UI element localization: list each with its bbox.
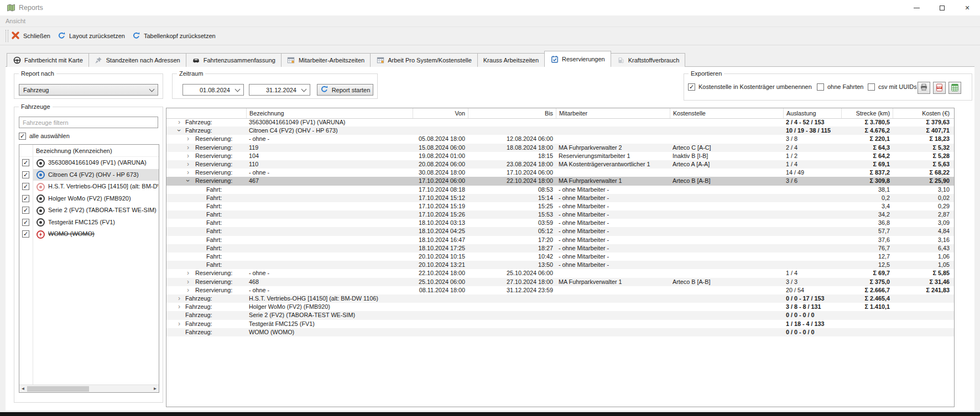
column-header-tree[interactable]: [166, 108, 246, 118]
table-row[interactable]: Fahrt:20.10.2024 10:1510:42- ohne Mitarb…: [166, 252, 954, 261]
tab-krauss-arbeitszeiten[interactable]: Krauss Arbeitszeiten: [477, 53, 545, 67]
table-row[interactable]: Fahrt:18.10.2024 16:4717:20- ohne Mitarb…: [166, 236, 954, 244]
expand-icon[interactable]: ›: [185, 278, 191, 286]
vehicle-filter-input[interactable]: [19, 117, 158, 128]
table-row[interactable]: ›Fahrzeug:Citroen C4 (FV2) (OHV - HP 673…: [166, 127, 954, 135]
cell-bis: [468, 294, 556, 303]
reset-layout-button[interactable]: Layout zurücksetzen: [55, 27, 127, 45]
checkbox-icon[interactable]: ✓: [22, 219, 29, 226]
checkbox-icon[interactable]: [868, 83, 875, 91]
vehicle-list-item[interactable]: ✓Citroen C4 (FV2) (OHV - HP 673): [19, 169, 159, 181]
table-row[interactable]: ›Reservierung:11915.08.2024 06:0018.08.2…: [166, 144, 954, 152]
table-row[interactable]: ›Fahrzeug:H.S.T. Vertriebs-OHG [14150] (…: [166, 294, 954, 303]
column-header-bezeichnung[interactable]: Bezeichnung: [246, 108, 413, 118]
table-row[interactable]: Fahrt:18.10.2024 04:2505:12- ohne Mitarb…: [166, 227, 954, 235]
date-to-field[interactable]: 31.12.2024: [249, 84, 310, 96]
export-checkbox-ohne-fahrten[interactable]: ohne Fahrten: [817, 82, 863, 91]
checkbox-icon[interactable]: ✓: [22, 183, 29, 190]
date-from-field[interactable]: 01.08.2024: [183, 84, 244, 96]
vehicle-list-header[interactable]: Bezeichnung (Kennzeichen): [19, 145, 159, 157]
tab-standzeiten-nach-adressen[interactable]: Standzeiten nach Adressen: [88, 53, 186, 67]
scroll-left-arrow-icon[interactable]: ◄: [19, 385, 27, 392]
table-row[interactable]: ›Reservierung:46717.10.2024 06:0022.10.2…: [166, 177, 954, 185]
table-row[interactable]: Fahrt:17.10.2024 15:1215:14- ohne Mitarb…: [166, 194, 954, 202]
toolbar-grip[interactable]: [6, 30, 8, 42]
checkbox-icon[interactable]: ✓: [22, 230, 29, 238]
table-row[interactable]: ›Reservierung:- ohne -05.08.2024 18:0012…: [166, 135, 954, 143]
column-header-strecke-km[interactable]: Strecke (km): [841, 108, 893, 118]
minimize-button[interactable]: [904, 0, 929, 15]
csv-export-button[interactable]: [948, 82, 961, 94]
table-row[interactable]: ›Reservierung:- ohne -30.08.2024 18:0017…: [166, 168, 954, 177]
maximize-button[interactable]: [929, 0, 955, 15]
tab-mitarbeiter-arbeitszeiten[interactable]: Mitarbeiter-Arbeitszeiten: [281, 53, 371, 67]
table-row[interactable]: Fahrt:18.10.2024 17:2518:27- ohne Mitarb…: [166, 244, 954, 252]
collapse-icon[interactable]: ›: [175, 128, 183, 133]
report-nach-select[interactable]: Fahrzeug: [19, 84, 158, 96]
table-row[interactable]: ›Reservierung:11020.08.2024 06:0023.08.2…: [166, 160, 954, 168]
printer-export-button[interactable]: [918, 82, 930, 94]
vehicle-list-item[interactable]: ✓H.S.T. Vertriebs-OHG [14150] (alt: BM-D…: [19, 181, 159, 193]
expand-icon[interactable]: ›: [185, 152, 191, 160]
table-row[interactable]: ›Reservierung:- ohne -22.10.2024 18:0025…: [166, 269, 954, 277]
expand-icon[interactable]: ›: [185, 168, 191, 176]
select-all-checkbox[interactable]: ✓ alle auswählen: [19, 131, 70, 140]
scroll-right-arrow-icon[interactable]: ►: [152, 385, 159, 392]
tab-fahrtenzusammenfassung[interactable]: Fahrtenzusammenfassung: [186, 53, 282, 67]
table-row[interactable]: Fahrt:17.10.2024 15:1915:25- ohne Mitarb…: [166, 202, 954, 210]
column-header-von[interactable]: Von: [413, 108, 468, 118]
column-header-mitarbeiter[interactable]: Mitarbeiter: [556, 108, 670, 118]
collapse-icon[interactable]: ›: [184, 178, 192, 183]
table-row[interactable]: ›Reservierung:46825.10.2024 06:0027.10.2…: [166, 278, 954, 286]
table-row[interactable]: Fahrt:18.10.2024 03:1303:59- ohne Mitarb…: [166, 219, 954, 227]
column-header-auslastung[interactable]: Auslastung: [783, 108, 841, 118]
vehicle-list-item[interactable]: ✓WOMO (WOMO): [19, 228, 159, 240]
table-row[interactable]: Fahrt:20.10.2024 13:2113:50- ohne Mitarb…: [166, 261, 954, 269]
expand-icon[interactable]: ›: [176, 303, 182, 310]
table-row[interactable]: Fahrzeug:WOMO (WOMO)0 / 0 - 0 / 0: [166, 328, 954, 336]
expand-icon[interactable]: ›: [176, 320, 182, 328]
table-row[interactable]: ›Reservierung:10419.08.2024 01:0018:15Re…: [166, 152, 954, 160]
expand-icon[interactable]: ›: [185, 144, 191, 151]
column-header-bis[interactable]: Bis: [468, 108, 556, 118]
reset-table-header-button[interactable]: Tabellenkopf zurücksetzen: [130, 27, 218, 45]
checkbox-icon[interactable]: ✓: [22, 171, 29, 178]
vehicle-list-item[interactable]: ✓Serie 2 (FV2) (TABORA-TEST WE-SIM): [19, 204, 159, 217]
expand-icon[interactable]: ›: [185, 269, 191, 277]
checkbox-icon[interactable]: ✓: [688, 83, 695, 91]
close-button[interactable]: ×: [955, 0, 980, 15]
tab-kraftstoffverbrauch[interactable]: Kraftstoffverbrauch: [611, 53, 686, 67]
export-checkbox-csv-mit-uuids[interactable]: csv mit UUIDs: [868, 82, 917, 91]
expand-icon[interactable]: ›: [176, 294, 182, 302]
scrollbar-thumb[interactable]: [27, 386, 89, 392]
report-starten-button[interactable]: Report starten: [317, 84, 373, 96]
tab-fahrtbericht-mit-karte[interactable]: Fahrtbericht mit Karte: [7, 53, 89, 67]
expand-icon[interactable]: ›: [176, 118, 182, 126]
table-row[interactable]: ›Reservierung:- ohne -08.11.2024 18:0031…: [166, 286, 954, 294]
table-row[interactable]: ›Fahrzeug:Holger WoMo (FV2) (FMB920)3 / …: [166, 303, 954, 311]
pdf-export-button[interactable]: PDF: [933, 82, 946, 94]
checkbox-icon[interactable]: [817, 83, 824, 91]
column-header-kosten[interactable]: Kosten (€): [893, 108, 952, 118]
checkbox-icon[interactable]: ✓: [22, 207, 29, 214]
tab-arbeit-pro-system-kostenstelle[interactable]: Arbeit Pro System/Kostenstelle: [370, 53, 478, 67]
table-row[interactable]: Fahrt:17.10.2024 15:2615:53- ohne Mitarb…: [166, 210, 954, 219]
checkbox-icon[interactable]: ✓: [19, 133, 26, 140]
table-row[interactable]: ›Fahrzeug:356308041661049 (FV1) (VARUNA)…: [166, 118, 954, 127]
vehicle-list-item[interactable]: ✓Testgerät FMC125 (FV1): [19, 217, 159, 229]
expand-icon[interactable]: ›: [185, 135, 191, 143]
vehicle-list-item[interactable]: ✓356308041661049 (FV1) (VARUNA): [19, 157, 159, 169]
checkbox-icon[interactable]: ✓: [22, 159, 29, 166]
menu-ansicht[interactable]: Ansicht: [6, 18, 25, 24]
table-row[interactable]: ›Fahrzeug:Testgerät FMC125 (FV1)1 / 18 -…: [166, 320, 954, 328]
column-header-kostenstelle[interactable]: Kostenstelle: [670, 108, 783, 118]
tab-reservierungen[interactable]: Reservierungen: [544, 51, 611, 67]
export-checkbox-kostenstelle-in-kostenträger-umbenennen[interactable]: ✓Kostenstelle in Kostenträger umbenennen: [688, 82, 812, 91]
close-report-button[interactable]: Schließen: [9, 27, 53, 45]
expand-icon[interactable]: ›: [185, 160, 191, 168]
table-row[interactable]: Fahrt:17.10.2024 08:1808:53- ohne Mitarb…: [166, 186, 954, 194]
checkbox-icon[interactable]: ✓: [22, 195, 29, 202]
vehicle-list-item[interactable]: ✓Holger WoMo (FV2) (FMB920): [19, 193, 159, 205]
table-row[interactable]: Fahrzeug:Serie 2 (FV2) (TABORA-TEST WE-S…: [166, 311, 954, 319]
expand-icon[interactable]: ›: [185, 286, 191, 294]
